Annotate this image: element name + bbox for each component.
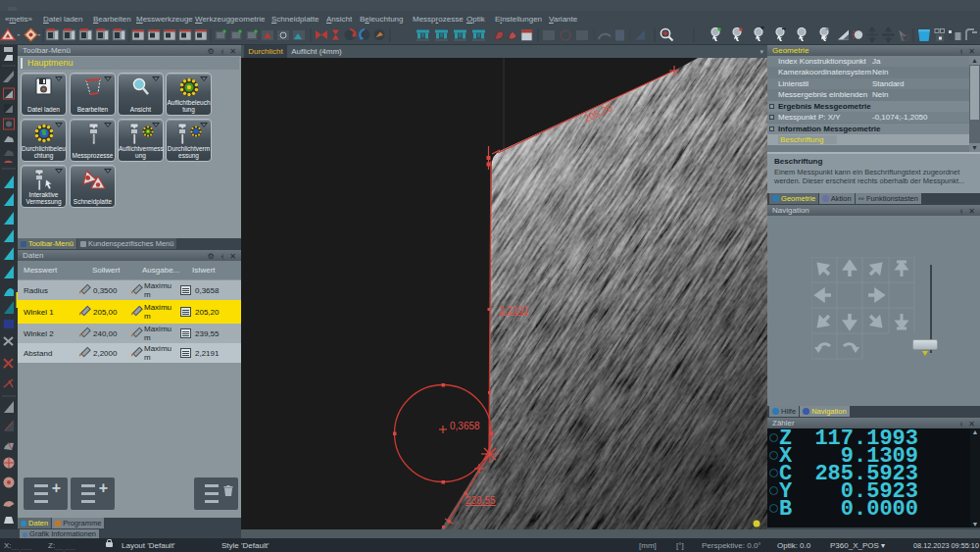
svg-text:2,2191: 2,2191 [499, 305, 529, 316]
svg-text:239,55: 239,55 [466, 495, 496, 506]
svg-text:0,3658: 0,3658 [450, 421, 480, 431]
